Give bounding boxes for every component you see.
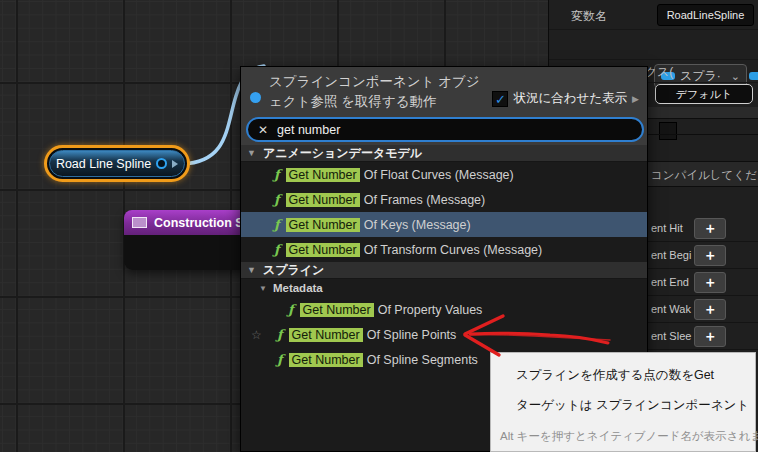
subcategory-metadata[interactable]: ▼ Metadata	[241, 279, 647, 297]
action-list: ▼ アニメーションデータモデル ƒ Get Number Of Float Cu…	[241, 145, 647, 372]
triangle-down-icon: ▼	[247, 148, 256, 158]
category-animation-data-model[interactable]: ▼ アニメーションデータモデル	[241, 145, 647, 162]
variable-name-input[interactable]	[657, 4, 754, 26]
clear-search-icon[interactable]: ✕	[258, 123, 268, 137]
event-label: ent Hit	[651, 222, 692, 234]
context-sensitive-checkbox[interactable]: ✓	[492, 91, 508, 107]
subcategory-label: Metadata	[273, 282, 323, 294]
context-menu-title-line2: ェクト参照 を取得する動作	[269, 92, 514, 112]
action-get-number-of-keys-selected[interactable]: ƒ Get Number Of Keys (Message)	[241, 212, 647, 237]
category-label: スプライン	[263, 262, 324, 279]
add-event-button[interactable]: ＋	[694, 299, 726, 320]
function-icon: ƒ	[277, 352, 283, 367]
action-get-number-of-float-curves[interactable]: ƒ Get Number Of Float Curves (Message)	[241, 162, 647, 187]
triangle-down-icon: ▼	[259, 284, 267, 293]
match-highlight: Get Number	[286, 168, 360, 182]
variable-node-road-line-spline[interactable]: Road Line Spline	[44, 145, 190, 182]
default-section-button[interactable]: デフォルト	[655, 84, 753, 104]
context-menu-header: スプラインコンポーネント オブジ ェクト参照 を取得する動作 ✓ 状況に合わせた…	[241, 67, 647, 145]
event-label: ent Wak	[651, 303, 692, 315]
triangle-right-icon: ▶	[632, 94, 639, 104]
function-icon: ƒ	[288, 302, 294, 317]
action-tooltip: スプラインを作成する点の数をGet ターゲットは スプラインコンポーネント Al…	[490, 352, 756, 452]
function-icon: ƒ	[274, 192, 280, 207]
search-input[interactable]	[277, 123, 632, 137]
action-get-number-of-property-values[interactable]: ƒ Get Number Of Property Values	[241, 297, 647, 322]
function-icon: ƒ	[274, 167, 280, 182]
action-label: Of Spline Points	[367, 328, 457, 342]
add-event-button[interactable]: ＋	[694, 272, 726, 293]
triangle-down-icon: ▼	[247, 265, 256, 275]
tooltip-alt-hint: Alt キーを押すとネイティブノード名が表示されます	[500, 429, 758, 444]
match-highlight: Get Number	[300, 303, 374, 317]
favorite-star-icon[interactable]: ☆	[251, 328, 262, 342]
variable-type-row: 変数の型 スプラ· ⌄	[549, 30, 758, 60]
variable-node-body: Road Line Spline	[49, 150, 185, 177]
match-highlight: Get Number	[286, 193, 360, 207]
cinematics-checkbox[interactable]	[659, 122, 677, 140]
add-event-button[interactable]: ＋	[694, 218, 726, 239]
output-pin-icon[interactable]	[156, 158, 167, 169]
category-spline[interactable]: ▼ スプライン	[241, 262, 647, 279]
tooltip-target: ターゲットは スプラインコンポーネント	[516, 397, 749, 414]
match-highlight: Get Number	[289, 328, 363, 342]
construction-node-title: Construction S	[154, 216, 244, 230]
pin-direction-icon	[172, 160, 178, 168]
action-label: Of Transform Curves (Message)	[364, 243, 543, 257]
action-label: Of Keys (Message)	[364, 218, 471, 232]
function-icon: ƒ	[277, 327, 283, 342]
search-box[interactable]: ✕	[246, 117, 644, 142]
variable-name-row: 変数名	[549, 0, 758, 30]
action-label: Of Property Values	[378, 303, 483, 317]
construction-node-icon	[132, 217, 147, 228]
add-event-button[interactable]: ＋	[694, 245, 726, 266]
add-event-button[interactable]: ＋	[694, 326, 726, 347]
match-highlight: Get Number	[286, 218, 360, 232]
action-label: Of Float Curves (Message)	[364, 168, 514, 182]
dragged-pin-icon	[250, 92, 261, 103]
tooltip-description: スプラインを作成する点の数をGet	[516, 367, 714, 384]
variable-node-label: Road Line Spline	[56, 157, 151, 171]
variable-name-label: 変数名	[571, 8, 607, 25]
action-get-number-of-transform-curves[interactable]: ƒ Get Number Of Transform Curves (Messag…	[241, 237, 647, 262]
function-icon: ƒ	[274, 242, 280, 257]
action-get-number-of-frames[interactable]: ƒ Get Number Of Frames (Message)	[241, 187, 647, 212]
context-menu-title: スプラインコンポーネント オブジ ェクト参照 を取得する動作	[269, 72, 514, 111]
match-highlight: Get Number	[289, 353, 363, 367]
context-sensitive-label: 状況に合わせた表示	[513, 90, 627, 107]
category-label: アニメーションデータモデル	[263, 145, 422, 162]
action-label: Of Frames (Message)	[364, 193, 486, 207]
context-menu-title-line1: スプラインコンポーネント オブジ	[269, 72, 514, 92]
event-label: ent Begi	[651, 249, 692, 261]
action-get-number-of-spline-points[interactable]: ☆ ƒ Get Number Of Spline Points	[241, 322, 647, 347]
action-label: Of Spline Segments	[367, 353, 478, 367]
function-icon: ƒ	[274, 217, 280, 232]
compile-notice-text: コンパイルしてください	[651, 168, 758, 183]
event-label: ent End	[651, 276, 692, 288]
match-highlight: Get Number	[286, 243, 360, 257]
event-label: ent Slee	[651, 330, 692, 342]
context-sensitive-toggle[interactable]: ✓ 状況に合わせた表示 ▶	[492, 90, 639, 107]
